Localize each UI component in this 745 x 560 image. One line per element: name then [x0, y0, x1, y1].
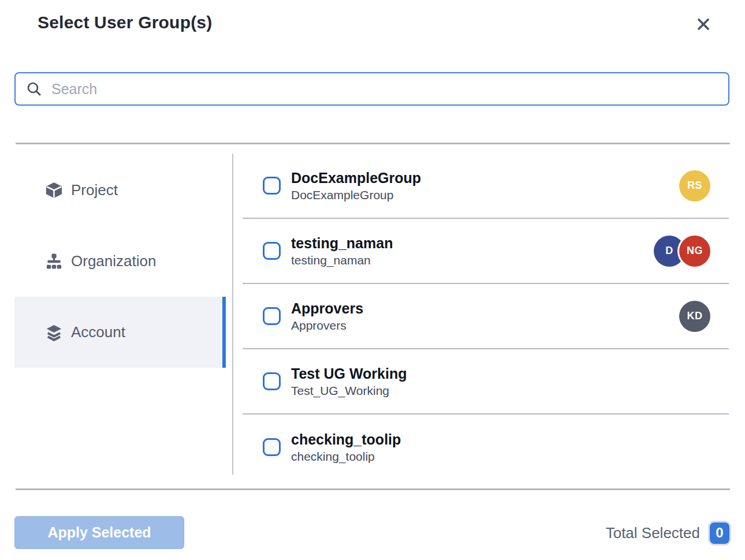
org-hierarchy-icon	[45, 252, 63, 270]
tab-label: Organization	[71, 252, 156, 270]
group-name: DocExampleGroup	[291, 169, 421, 187]
group-checkbox[interactable]	[263, 307, 281, 325]
tab-label: Account	[71, 323, 125, 341]
tab-project[interactable]: Project	[14, 155, 226, 226]
group-subtitle: Approvers	[291, 319, 363, 333]
close-button[interactable]	[691, 12, 716, 36]
avatar: RS	[679, 170, 710, 201]
select-user-group-modal: Select User Group(s) Project	[0, 0, 745, 560]
group-checkbox[interactable]	[263, 242, 281, 260]
list-item: Approvers Approvers KD	[243, 284, 729, 349]
header-divider	[16, 143, 730, 144]
search-input[interactable]	[51, 81, 718, 98]
tab-organization[interactable]: Organization	[14, 226, 226, 297]
group-name: Test UG Working	[291, 365, 407, 383]
list-item: checking_toolip checking_toolip	[243, 415, 729, 480]
total-selected-count-badge: 0	[710, 522, 729, 544]
tab-account[interactable]: Account	[14, 297, 226, 368]
user-group-list: DocExampleGroup DocExampleGroup RS testi…	[243, 154, 729, 480]
page-title: Select User Group(s)	[38, 13, 212, 32]
group-subtitle: DocExampleGroup	[291, 188, 421, 202]
cube-icon	[45, 181, 63, 199]
tab-label: Project	[71, 181, 118, 199]
avatar: KD	[679, 301, 710, 332]
search-box	[14, 72, 729, 106]
close-icon	[695, 16, 712, 33]
list-item: Test UG Working Test_UG_Working	[243, 349, 729, 415]
group-subtitle: checking_toolip	[291, 450, 401, 464]
search-icon	[26, 81, 42, 97]
list-item: DocExampleGroup DocExampleGroup RS	[243, 154, 729, 219]
sidebar-divider	[232, 154, 233, 475]
group-subtitle: testing_naman	[291, 253, 393, 267]
list-item: testing_naman testing_naman D NG	[243, 219, 729, 284]
total-selected-label: Total Selected	[606, 524, 700, 542]
group-checkbox[interactable]	[263, 177, 281, 195]
layers-icon	[45, 323, 63, 341]
footer-divider	[16, 488, 730, 490]
group-subtitle: Test_UG_Working	[291, 384, 407, 398]
avatar: NG	[679, 236, 710, 267]
group-checkbox[interactable]	[263, 438, 281, 456]
scope-tabs: Project Organization	[14, 155, 226, 368]
group-checkbox[interactable]	[263, 372, 281, 390]
group-name: testing_naman	[291, 234, 393, 252]
apply-selected-button[interactable]: Apply Selected	[14, 516, 184, 549]
group-name: checking_toolip	[291, 431, 401, 449]
group-name: Approvers	[291, 300, 363, 318]
